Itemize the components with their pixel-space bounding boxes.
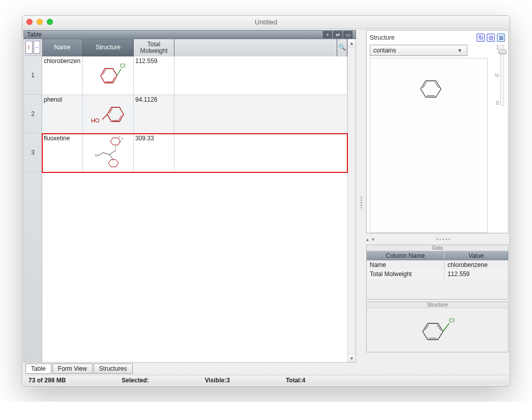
cell-structure: HO [83, 95, 134, 133]
data-column-name-header[interactable]: Column Name [367, 251, 445, 260]
svg-line-2 [112, 77, 115, 82]
table-row[interactable]: phenol HO [42, 95, 347, 134]
total-status: Total:4 [286, 377, 305, 384]
svg-line-4 [117, 69, 121, 76]
vertical-splitter[interactable]: ▴▾ [366, 235, 509, 243]
vertical-scrollbar[interactable]: ▴ ▾ [347, 39, 356, 362]
table-header: Name Structure Total Molweight 🔍 [42, 39, 347, 56]
svg-text:F: F [122, 137, 124, 141]
cell-molweight: 94.1126 [134, 95, 174, 133]
svg-line-8 [119, 115, 122, 121]
structure-search-canvas[interactable] [370, 58, 488, 233]
memory-status: 73 of 298 MB [28, 377, 66, 384]
scroll-down-button[interactable]: ▾ [348, 354, 356, 362]
structure-preview-title: Structure [367, 302, 508, 308]
data-column-value-header[interactable]: Value [445, 251, 508, 260]
svg-marker-6 [107, 107, 124, 122]
query-structure-benzene [413, 74, 444, 104]
cell-structure: Cl [83, 56, 134, 95]
horizontal-splitter[interactable] [357, 30, 365, 375]
svg-line-1 [103, 70, 106, 75]
svg-text:F: F [119, 135, 121, 139]
search-mode-value: contains [373, 47, 396, 54]
table-panel-header: Table ＋ ⇄ ▭ [23, 30, 356, 39]
chevron-down-icon: ▾ [456, 47, 464, 54]
zoom-window-button[interactable] [47, 19, 53, 25]
table-row-selected[interactable]: fluoxetine [42, 134, 347, 172]
add-panel-button[interactable]: ＋ [323, 31, 332, 38]
svg-line-7 [109, 108, 112, 113]
visible-status: Visible:3 [205, 377, 230, 384]
svg-text:H: H [95, 153, 98, 158]
tab-form-view[interactable]: Form View [52, 364, 93, 374]
svg-text:Cl: Cl [449, 317, 454, 323]
link-panel-button[interactable]: ⇄ [333, 31, 342, 38]
column-header-structure[interactable]: Structure [83, 39, 134, 56]
cell-name: fluoxetine [42, 134, 83, 172]
table-area: ⇩ ↔ 1 2 3 Name Structure Total Molweight [23, 39, 356, 363]
cell-name: chlorobenzen [42, 56, 83, 95]
filter-icon[interactable]: ⇩ [25, 41, 33, 54]
scroll-up-button[interactable]: ▴ [348, 39, 356, 47]
app-window: Untitled Table ＋ ⇄ ▭ ⇩ [22, 15, 510, 386]
search-icon[interactable]: 🔍 [337, 39, 347, 56]
structure-search-title: Structure [370, 34, 395, 41]
search-mode-dropdown[interactable]: contains ▾ [370, 45, 467, 56]
similarity-slider[interactable]: 1 ½ 0 [491, 45, 504, 106]
selected-status: Selected: [122, 377, 149, 384]
tab-table[interactable]: Table [25, 364, 51, 374]
column-header-molweight[interactable]: Total Molweight [134, 39, 174, 56]
structure-preview-panel: Structure Cl [366, 302, 509, 352]
row-number[interactable]: 3 [24, 133, 42, 172]
svg-marker-13 [108, 160, 119, 167]
preview-structure-chlorobenzene: Cl [415, 312, 460, 348]
svg-marker-27 [423, 323, 443, 340]
svg-line-31 [443, 323, 449, 332]
resize-icon[interactable]: ↔ [34, 41, 41, 54]
cell-molweight: 112.559 [134, 56, 174, 95]
slider-thumb[interactable] [498, 49, 507, 54]
svg-marker-0 [101, 69, 117, 83]
structure-preview-canvas: Cl [367, 308, 508, 352]
right-column: Structure ↻ ⊘ ⊠ contains ▾ [366, 30, 509, 375]
left-column: Table ＋ ⇄ ▭ ⇩ ↔ 1 2 [23, 30, 356, 375]
structure-fluoxetine: F F F H [88, 135, 129, 171]
data-row[interactable]: Total Molweight 112.559 [367, 269, 508, 279]
svg-marker-23 [421, 81, 441, 97]
table-row[interactable]: chlorobenzen Cl [42, 56, 347, 95]
svg-line-18 [109, 155, 113, 160]
window-controls [26, 19, 53, 25]
maximize-panel-button[interactable]: ▭ [343, 31, 352, 38]
data-panel-title: Data [367, 245, 508, 251]
table-panel-title: Table [27, 31, 42, 38]
data-row[interactable]: Name chlorobenzene [367, 260, 508, 269]
svg-line-10 [102, 114, 107, 119]
svg-line-17 [98, 153, 103, 156]
structure-phenol: HO [88, 99, 129, 130]
structure-search-panel: Structure ↻ ⊘ ⊠ contains ▾ [366, 30, 509, 233]
row-header-column: ⇩ ↔ 1 2 3 [24, 39, 42, 362]
close-window-button[interactable] [26, 19, 33, 25]
svg-text:Cl: Cl [120, 63, 125, 69]
titlebar: Untitled [22, 16, 510, 29]
row-number[interactable]: 1 [24, 56, 42, 95]
data-panel: Data Column Name Value Name chlorobenzen… [366, 245, 509, 299]
tab-structures[interactable]: Structures [94, 364, 133, 374]
minimize-window-button[interactable] [37, 19, 43, 25]
cell-molweight: 309.33 [134, 134, 174, 172]
cell-name: phenol [42, 95, 83, 133]
close-panel-icon[interactable]: ⊠ [497, 34, 505, 42]
clear-icon[interactable]: ⊘ [487, 34, 495, 42]
svg-text:F: F [119, 140, 121, 144]
refresh-icon[interactable]: ↻ [477, 34, 485, 42]
status-bar: 73 of 298 MB Selected: Visible:3 Total:4 [23, 375, 509, 385]
column-header-name[interactable]: Name [42, 39, 83, 56]
view-tabs: Table Form View Structures [23, 363, 356, 375]
content-area: Table ＋ ⇄ ▭ ⇩ ↔ 1 2 [22, 29, 510, 386]
svg-text:HO: HO [91, 117, 100, 124]
cell-structure: F F F H [83, 134, 134, 172]
column-header-empty [174, 39, 337, 56]
svg-line-16 [103, 153, 109, 155]
svg-line-15 [109, 151, 115, 155]
row-number[interactable]: 2 [24, 95, 42, 133]
